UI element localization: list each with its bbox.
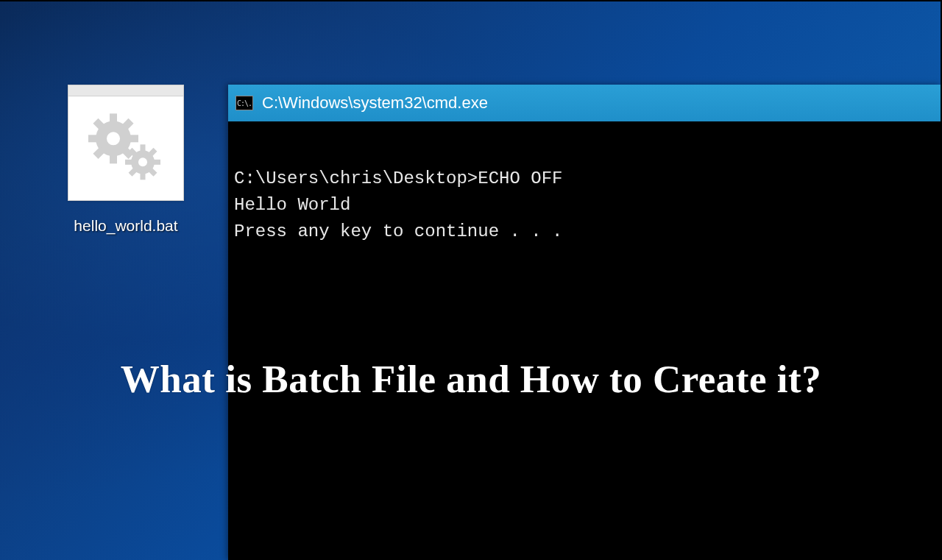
gears-icon: [85, 110, 166, 187]
file-label: hello_world.bat: [68, 217, 184, 235]
cmd-title: C:\Windows\system32\cmd.exe: [262, 93, 488, 113]
svg-point-9: [107, 132, 120, 145]
desktop-file-icon[interactable]: hello_world.bat: [68, 85, 184, 235]
svg-rect-12: [141, 172, 146, 180]
cmd-icon: C:\.: [236, 96, 253, 110]
svg-rect-13: [125, 160, 132, 165]
svg-point-19: [138, 157, 147, 166]
svg-rect-1: [110, 113, 117, 124]
cmd-window[interactable]: C:\. C:\Windows\system32\cmd.exe C:\User…: [228, 85, 941, 560]
cmd-body[interactable]: C:\Users\chris\Desktop>ECHO OFF Hello Wo…: [228, 121, 941, 251]
svg-rect-4: [128, 135, 138, 142]
cmd-line-3: Press any key to continue . . .: [234, 219, 935, 245]
svg-rect-14: [153, 160, 160, 165]
svg-rect-3: [88, 135, 99, 142]
cmd-line-1: C:\Users\chris\Desktop>ECHO OFF: [234, 166, 935, 192]
cmd-titlebar[interactable]: C:\. C:\Windows\system32\cmd.exe: [228, 85, 941, 121]
file-thumbnail: [68, 85, 184, 201]
svg-rect-2: [110, 153, 117, 163]
svg-rect-11: [141, 144, 146, 152]
frame-border-top: [0, 0, 942, 1]
headline-text: What is Batch File and How to Create it?: [0, 357, 942, 401]
cmd-line-2: Hello World: [234, 192, 935, 219]
